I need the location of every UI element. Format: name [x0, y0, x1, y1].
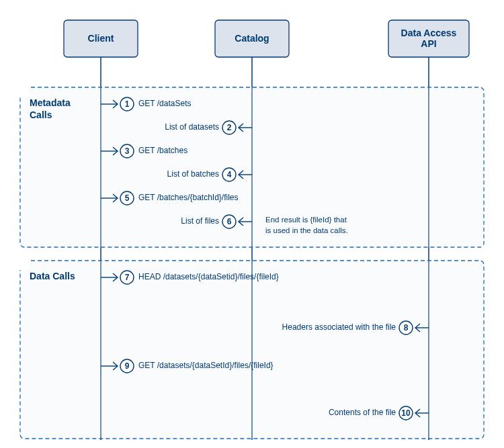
- svg-text:7: 7: [125, 273, 130, 282]
- step-1-label: GET /dataSets: [138, 99, 192, 108]
- frame-metadata-title-2: Calls: [30, 109, 52, 120]
- svg-text:End result is {fileId} that: End result is {fileId} that: [265, 216, 347, 224]
- svg-text:1: 1: [125, 99, 130, 109]
- svg-text:2: 2: [227, 123, 232, 132]
- svg-text:3: 3: [125, 146, 130, 156]
- step-6-label: List of files: [181, 216, 219, 226]
- svg-text:6: 6: [227, 217, 232, 226]
- svg-rect-20: [16, 257, 30, 270]
- svg-text:9: 9: [125, 361, 130, 371]
- frame-metadata: Metadata Calls: [16, 83, 484, 247]
- actor-client-label: Client: [88, 33, 114, 44]
- actor-data-access-api-label2: API: [421, 38, 436, 49]
- sequence-diagram: Client Catalog Data Access API Metadata …: [0, 0, 504, 448]
- step-7-label: HEAD /datasets/{dataSetid}/files/{fileId…: [138, 272, 279, 281]
- step-5-label: GET /batches/{batchId}/files: [138, 193, 239, 202]
- step-8-label: Headers associated with the file: [282, 322, 396, 332]
- step-4-label: List of batches: [167, 169, 219, 179]
- svg-text:4: 4: [227, 170, 232, 179]
- frame-metadata-title-1: Metadata: [30, 97, 71, 108]
- step-10-label: Contents of the file: [329, 408, 396, 417]
- step-2-label: List of datasets: [165, 122, 219, 132]
- actor-data-access-api-label1: Data Access: [401, 28, 457, 38]
- step-3-label: GET /batches: [138, 146, 187, 155]
- svg-text:is used in the data calls.: is used in the data calls.: [265, 226, 348, 234]
- svg-rect-4: [16, 83, 30, 97]
- svg-text:10: 10: [401, 408, 411, 418]
- actor-catalog-label: Catalog: [235, 33, 269, 44]
- svg-text:8: 8: [404, 323, 409, 332]
- svg-text:5: 5: [125, 193, 130, 203]
- svg-rect-3: [20, 87, 484, 247]
- step-9-label: GET /datasets/{dataSetId}/files/{fileId}: [138, 361, 274, 370]
- frame-data: Data Calls: [16, 257, 484, 439]
- svg-rect-19: [20, 261, 484, 439]
- frame-data-title: Data Calls: [30, 271, 75, 281]
